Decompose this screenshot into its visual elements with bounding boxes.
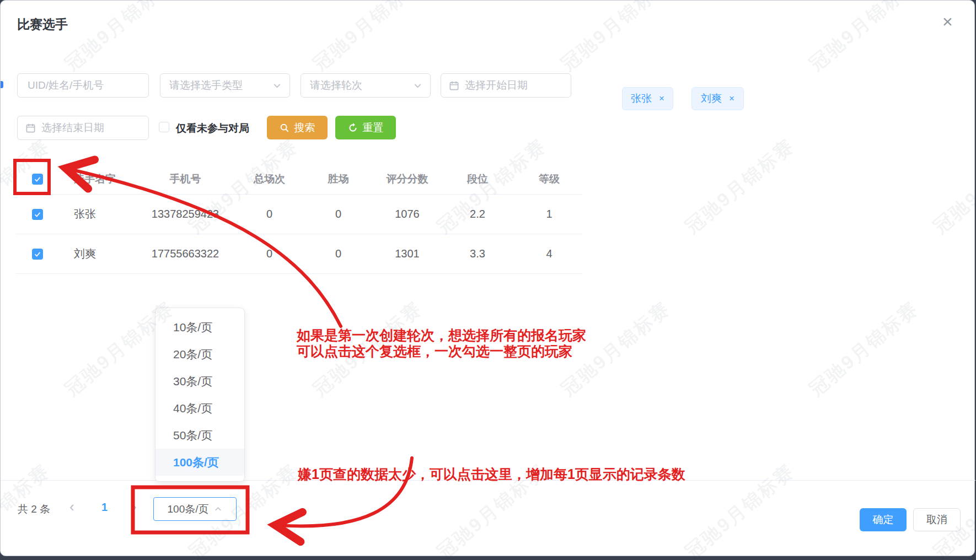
- table-header: 选手名字 手机号 总场次 胜场 评分分数 段位 等级: [16, 164, 582, 195]
- page-size-option[interactable]: 40条/页: [155, 395, 244, 422]
- column-header-dan: 段位: [439, 172, 516, 186]
- start-date-picker[interactable]: 选择开始日期: [441, 73, 571, 98]
- tag-label: 张张: [631, 91, 652, 106]
- confirm-button[interactable]: 确定: [860, 508, 907, 531]
- column-header-name: 选手名字: [58, 172, 133, 186]
- reset-button-label: 重置: [363, 121, 384, 135]
- cell-dan: 3.3: [439, 247, 516, 260]
- cancel-button-label: 取消: [926, 513, 947, 527]
- page-number[interactable]: 1: [101, 501, 108, 514]
- column-header-phone: 手机号: [133, 172, 238, 186]
- table-row[interactable]: 张张 13378259423 0 0 1076 2.2 1: [16, 195, 582, 234]
- keyword-input-field[interactable]: [18, 79, 148, 91]
- round-select[interactable]: 请选择轮次: [301, 73, 431, 98]
- start-date-placeholder: 选择开始日期: [459, 78, 571, 93]
- chevron-up-icon: [214, 505, 222, 513]
- cell-score: 1301: [376, 247, 439, 260]
- round-placeholder: 请选择轮次: [301, 78, 413, 93]
- page-size-menu: 10条/页 20条/页 30条/页 40条/页 50条/页 100条/页: [155, 308, 245, 482]
- reset-button[interactable]: 重置: [335, 116, 396, 139]
- page-size-value: 100条/页: [168, 502, 214, 516]
- refresh-icon: [348, 123, 358, 133]
- search-icon: [280, 123, 289, 133]
- players-dialog: 比赛选手 × 请选择选手类型 请选择轮次 选择开始日期: [0, 0, 975, 556]
- cell-level: 1: [516, 208, 582, 220]
- page-size-option[interactable]: 20条/页: [155, 341, 244, 368]
- pagination-total: 共 2 条: [18, 502, 50, 516]
- page-size-option[interactable]: 10条/页: [155, 314, 244, 341]
- prev-page-button[interactable]: ‹: [69, 498, 74, 515]
- cell-dan: 2.2: [439, 208, 516, 220]
- cell-wins: 0: [301, 208, 376, 220]
- column-header-wins: 胜场: [301, 172, 376, 186]
- screen: 比赛选手 × 请选择选手类型 请选择轮次 选择开始日期: [0, 0, 976, 560]
- cell-phone: 13378259423: [133, 208, 238, 220]
- check-icon: [34, 250, 41, 258]
- only-unplayed-checkbox[interactable]: [159, 122, 169, 132]
- cell-wins: 0: [301, 247, 376, 260]
- next-page-button[interactable]: ›: [132, 498, 137, 515]
- background-peek: [1, 81, 3, 88]
- only-unplayed-label: 仅看未参与对局: [176, 121, 249, 136]
- cell-total: 0: [238, 208, 301, 220]
- selected-tag[interactable]: 张张 ×: [622, 87, 673, 110]
- dialog-title: 比赛选手: [17, 16, 68, 33]
- table-row[interactable]: 刘爽 17755663322 0 0 1301 3.3 4: [16, 234, 582, 274]
- chevron-down-icon: [272, 81, 282, 90]
- check-icon: [34, 211, 41, 218]
- selected-tag[interactable]: 刘爽 ×: [691, 87, 744, 110]
- page-size-option[interactable]: 30条/页: [155, 368, 244, 395]
- tag-close-icon[interactable]: ×: [659, 93, 664, 104]
- cell-name: 张张: [58, 207, 133, 222]
- row-checkbox[interactable]: [32, 209, 43, 220]
- cancel-button[interactable]: 取消: [913, 508, 961, 531]
- cell-total: 0: [238, 247, 301, 260]
- close-icon[interactable]: ×: [942, 13, 953, 30]
- end-date-picker[interactable]: 选择结束日期: [17, 116, 149, 140]
- select-all-checkbox[interactable]: [32, 174, 43, 185]
- search-button[interactable]: 搜索: [267, 116, 328, 139]
- end-date-placeholder: 选择结束日期: [36, 121, 148, 135]
- column-header-level: 等级: [516, 172, 582, 186]
- footer-divider: [1, 480, 975, 481]
- row-checkbox[interactable]: [32, 249, 43, 260]
- search-button-label: 搜索: [294, 121, 315, 135]
- calendar-icon: [25, 123, 36, 133]
- cell-name: 刘爽: [58, 246, 133, 261]
- tag-close-icon[interactable]: ×: [729, 93, 734, 104]
- calendar-icon: [449, 80, 459, 91]
- cell-score: 1076: [376, 208, 439, 220]
- page-size-option[interactable]: 50条/页: [155, 422, 244, 449]
- page-size-option-selected[interactable]: 100条/页: [155, 449, 244, 476]
- confirm-button-label: 确定: [873, 513, 894, 527]
- cell-phone: 17755663322: [133, 247, 238, 260]
- player-type-select[interactable]: 请选择选手类型: [160, 73, 290, 98]
- keyword-input[interactable]: [17, 73, 149, 98]
- cell-level: 4: [516, 247, 582, 260]
- player-type-placeholder: 请选择选手类型: [160, 78, 272, 93]
- check-icon: [34, 175, 41, 183]
- column-header-score: 评分分数: [376, 172, 439, 186]
- tag-label: 刘爽: [701, 91, 722, 106]
- page-size-select[interactable]: 100条/页: [153, 497, 237, 521]
- chevron-down-icon: [413, 81, 422, 90]
- column-header-total: 总场次: [238, 172, 301, 186]
